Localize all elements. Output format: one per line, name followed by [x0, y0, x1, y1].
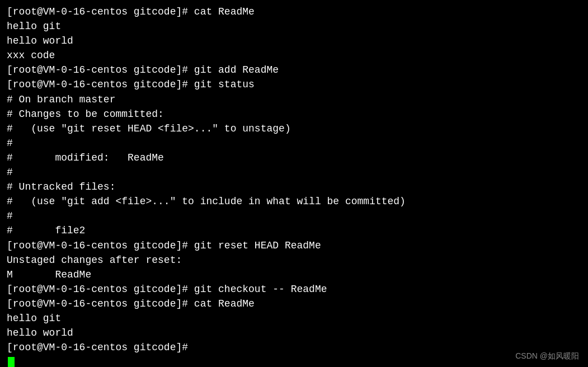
- terminal-line: xxx code: [7, 48, 581, 63]
- terminal-line: # Untracked files:: [7, 180, 581, 194]
- terminal-last-line: [root@VM-0-16-centos gitcode]#: [7, 342, 194, 353]
- terminal-line: [root@VM-0-16-centos gitcode]# git reset…: [7, 238, 581, 253]
- terminal-line: [root@VM-0-16-centos gitcode]# cat ReadM…: [7, 4, 581, 19]
- terminal-line: # file2: [7, 223, 581, 238]
- terminal-line: # On branch master: [7, 92, 581, 107]
- terminal-line: hello git: [7, 311, 581, 326]
- terminal-cursor: [8, 357, 15, 368]
- terminal-line: #: [7, 136, 581, 150]
- terminal-line: # (use "git add <file>..." to include in…: [7, 194, 581, 209]
- terminal-line: M ReadMe: [7, 267, 581, 282]
- terminal-line: #: [7, 209, 581, 223]
- terminal-line: [root@VM-0-16-centos gitcode]# cat ReadM…: [7, 297, 581, 311]
- terminal-line: # Changes to be committed:: [7, 107, 581, 121]
- terminal-line: [root@VM-0-16-centos gitcode]# git check…: [7, 282, 581, 297]
- watermark: CSDN @如风暖阳: [515, 350, 579, 361]
- terminal-line: [root@VM-0-16-centos gitcode]# git add R…: [7, 63, 581, 77]
- terminal-line: #: [7, 165, 581, 180]
- terminal-line: hello world: [7, 34, 581, 48]
- terminal-line: # modified: ReadMe: [7, 150, 581, 165]
- terminal-output: [root@VM-0-16-centos gitcode]# cat ReadM…: [7, 4, 581, 355]
- terminal-line: Unstaged changes after reset:: [7, 253, 581, 267]
- terminal-window: [root@VM-0-16-centos gitcode]# cat ReadM…: [0, 0, 588, 367]
- terminal-line: [root@VM-0-16-centos gitcode]# git statu…: [7, 77, 581, 92]
- terminal-line: hello git: [7, 19, 581, 34]
- terminal-line: hello world: [7, 326, 581, 340]
- terminal-line: # (use "git reset HEAD <file>..." to uns…: [7, 121, 581, 136]
